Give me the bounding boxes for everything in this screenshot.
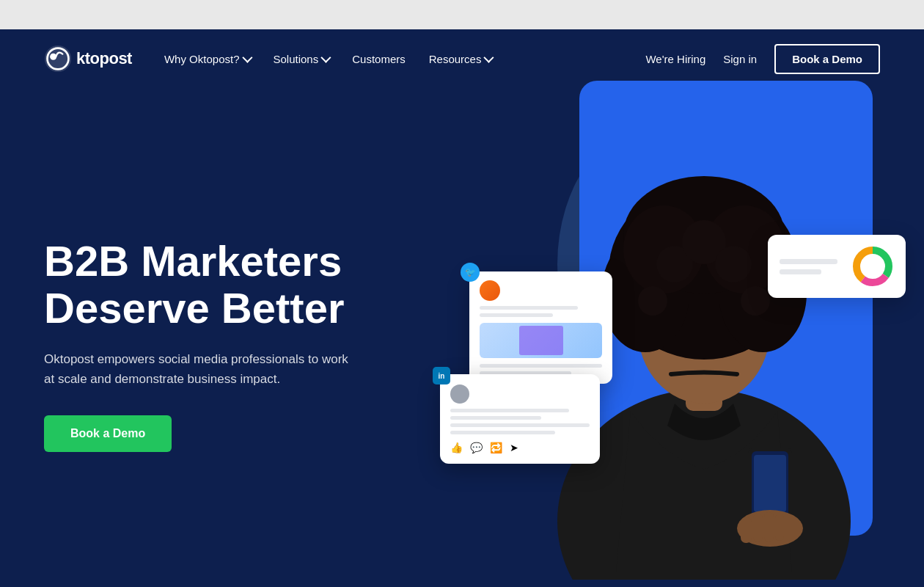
logo[interactable]: ktopost <box>44 45 132 73</box>
li-avatar <box>450 384 469 404</box>
hero-title: B2B Marketers Deserve Better <box>44 238 425 332</box>
analytics-line <box>780 269 821 274</box>
twitter-post-card: 🐦 <box>469 271 612 384</box>
logo-text: ktopost <box>76 49 132 68</box>
chevron-icon <box>242 53 252 63</box>
nav-item-why-oktopost[interactable]: Why Oktopost? <box>155 47 259 71</box>
svg-point-0 <box>45 45 71 72</box>
like-icon: 👍 <box>450 442 463 453</box>
nav-item-solutions[interactable]: Solutions <box>265 47 338 71</box>
card-text-line <box>450 431 555 434</box>
nav-item-customers[interactable]: Customers <box>343 47 414 71</box>
nav-right: We're Hiring Sign in Book a Demo <box>645 44 880 74</box>
svg-rect-32 <box>775 514 784 541</box>
hero-subtitle: Oktopost empowers social media professio… <box>44 349 352 389</box>
card-text-line <box>480 364 602 368</box>
we-are-hiring-link[interactable]: We're Hiring <box>645 53 705 65</box>
card-text-line <box>450 409 569 412</box>
top-bar <box>0 0 924 29</box>
sign-in-link[interactable]: Sign in <box>723 53 757 65</box>
svg-point-37 <box>862 256 883 277</box>
svg-rect-29 <box>741 517 752 543</box>
card-text-line <box>480 313 553 317</box>
card-text-line <box>450 423 590 427</box>
linkedin-badge: in <box>433 367 450 384</box>
chevron-icon <box>321 53 331 63</box>
svg-point-22 <box>715 246 752 282</box>
linkedin-post-card: in 👍 💬 🔁 ➤ <box>440 374 600 464</box>
svg-rect-30 <box>753 514 763 542</box>
svg-point-23 <box>638 286 667 316</box>
card-image-area <box>480 323 602 358</box>
analytics-line <box>780 259 837 264</box>
card-action-row: 👍 💬 🔁 ➤ <box>450 442 590 453</box>
svg-point-24 <box>741 286 770 316</box>
analytics-card <box>768 235 906 298</box>
nav-item-resources[interactable]: Resources <box>420 47 501 71</box>
navbar: ktopost Why Oktopost? Solutions Customer… <box>0 29 924 88</box>
hero-visual: 🐦 in <box>425 59 924 587</box>
book-demo-button-nav[interactable]: Book a Demo <box>774 44 880 74</box>
card-text-line <box>480 306 578 310</box>
donut-chart <box>851 245 894 288</box>
share-icon: 🔁 <box>490 442 502 453</box>
book-demo-button-hero[interactable]: Book a Demo <box>44 415 172 452</box>
hero-content: B2B Marketers Deserve Better Oktopost em… <box>44 238 425 452</box>
comment-icon: 💬 <box>470 442 483 453</box>
main-wrapper: ktopost Why Oktopost? Solutions Customer… <box>0 29 924 587</box>
twitter-badge: 🐦 <box>461 263 480 282</box>
svg-rect-31 <box>764 512 774 542</box>
card-text-line <box>450 416 541 420</box>
send-icon: ➤ <box>510 442 518 453</box>
card-avatar <box>480 280 500 301</box>
analytics-text-area <box>780 259 844 274</box>
svg-rect-27 <box>754 455 786 512</box>
nav-links: Why Oktopost? Solutions Customers Resour… <box>155 47 501 71</box>
hero-section: B2B Marketers Deserve Better Oktopost em… <box>0 88 924 587</box>
nav-left: ktopost Why Oktopost? Solutions Customer… <box>44 45 500 73</box>
chevron-icon <box>484 53 494 63</box>
